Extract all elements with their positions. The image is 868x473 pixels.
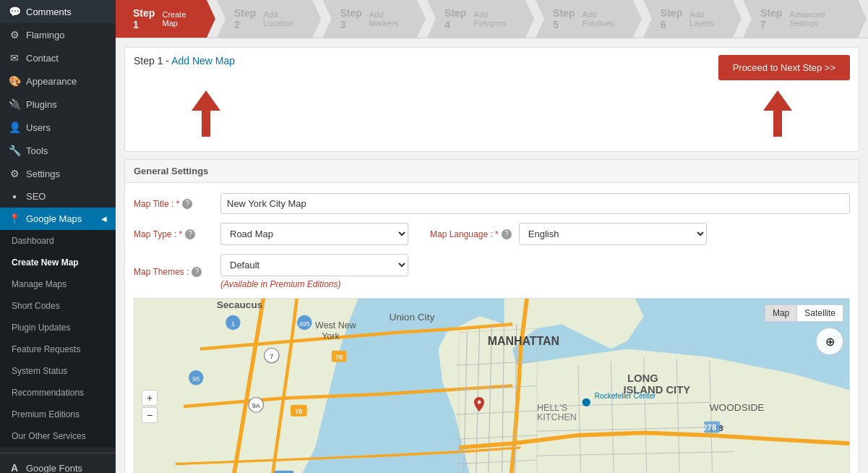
submenu-manage-maps[interactable]: Manage Maps — [0, 273, 116, 295]
submenu-plugin-updates[interactable]: Plugin Updates — [0, 317, 116, 338]
step-1[interactable]: Step 1 Create Map — [116, 0, 215, 38]
svg-text:WOODSIDE: WOODSIDE — [710, 402, 765, 413]
map-btn-map[interactable]: Map — [765, 305, 797, 321]
step-6[interactable]: Step 6 Add Layers — [643, 0, 742, 38]
map-title-label: Map Title : * ? — [134, 199, 213, 209]
svg-text:9A: 9A — [252, 402, 261, 409]
sidebar-item-seo[interactable]: ● SEO — [0, 185, 116, 208]
map-themes-help[interactable]: ? — [192, 267, 202, 277]
map-themes-group: Default Silver Retro Dark (Available in … — [220, 254, 408, 289]
sidebar: 💬 Comments ⚙ Flamingo ✉ Contact 🎨 Appear… — [0, 0, 116, 473]
map-title-help[interactable]: ? — [182, 199, 192, 209]
arrow-up-right — [763, 90, 792, 137]
seo-icon: ● — [9, 192, 20, 200]
map-language-group: Map Language : * ? English French German… — [430, 223, 707, 245]
map-btn-satellite[interactable]: Satellite — [797, 305, 843, 321]
arrow-up-left — [192, 90, 220, 137]
step-4[interactable]: Step 4 Add Polygons — [427, 0, 534, 38]
flamingo-icon: ⚙ — [9, 29, 20, 41]
map-language-select[interactable]: English French German Spanish — [519, 223, 707, 245]
map-title-input[interactable] — [220, 193, 850, 214]
appearance-icon: 🎨 — [9, 75, 20, 87]
map-svg: 278 278 Secaucus West New York Union Cit… — [134, 299, 849, 473]
map-themes-row: Map Themes : ? Default Silver Retro Dark… — [134, 254, 850, 289]
premium-note: (Available in Premium Editions) — [220, 279, 408, 289]
map-view-toggle: Map Satellite — [765, 304, 843, 322]
sidebar-item-comments[interactable]: 💬 Comments — [0, 0, 116, 23]
svg-text:1: 1 — [231, 320, 235, 328]
comments-icon: 💬 — [9, 6, 20, 17]
sidebar-item-tools[interactable]: 🔧 Tools — [0, 139, 116, 162]
map-marker — [470, 396, 488, 413]
map-language-label: Map Language : * ? — [430, 229, 512, 239]
sidebar-item-contact[interactable]: ✉ Contact — [0, 46, 116, 69]
svg-text:West New: West New — [315, 320, 357, 331]
map-type-language-row: Map Type : * ? Road Map Satellite Hybrid… — [134, 223, 850, 245]
map-type-help[interactable]: ? — [185, 229, 195, 239]
content-area: Step 1 - Add New Map Proceed to Next Ste… — [116, 38, 868, 473]
svg-text:78: 78 — [335, 354, 343, 361]
sidebar-item-plugins[interactable]: 🔌 Plugins — [0, 93, 116, 116]
page-title: Step 1 - Add New Map — [134, 55, 235, 67]
svg-point-40 — [583, 399, 590, 406]
add-new-map-link[interactable]: Add New Map — [171, 55, 235, 67]
map-type-select[interactable]: Road Map Satellite Hybrid Terrain — [220, 223, 408, 245]
contact-icon: ✉ — [9, 52, 20, 64]
map-compass[interactable]: ⊕ — [816, 328, 843, 355]
sidebar-item-appearance[interactable]: 🎨 Appearance — [0, 69, 116, 93]
sidebar-item-flamingo[interactable]: ⚙ Flamingo — [0, 23, 116, 46]
general-settings-box: General Settings Map Title : * ? Map Typ… — [124, 159, 859, 473]
svg-text:KITCHEN: KITCHEN — [537, 412, 577, 422]
users-icon: 👤 — [9, 122, 20, 133]
submenu-feature-requests[interactable]: Feature Requests — [0, 338, 116, 360]
map-zoom-out[interactable]: − — [142, 407, 158, 423]
google-maps-chevron: ◀ — [101, 215, 107, 223]
google-maps-submenu: Dashboard Create New Map Manage Maps Sho… — [0, 230, 116, 447]
submenu-premium-editions[interactable]: Premium Editions — [0, 404, 116, 425]
submenu-short-codes[interactable]: Short Codes — [0, 295, 116, 317]
submenu-system-status[interactable]: System Status — [0, 360, 116, 382]
plugins-icon: 🔌 — [9, 98, 20, 110]
settings-body: Map Title : * ? Map Type : * ? Road Map … — [125, 183, 859, 473]
submenu-our-other-services[interactable]: Our Other Services — [0, 425, 116, 447]
sidebar-item-users[interactable]: 👤 Users — [0, 116, 116, 139]
sidebar-item-settings[interactable]: ⚙ Settings — [0, 162, 116, 185]
svg-text:York: York — [322, 331, 340, 341]
google-fonts-icon: A — [9, 462, 20, 473]
settings-header: General Settings — [125, 160, 859, 183]
step-3[interactable]: Step 3 Add Markers — [322, 0, 426, 38]
step-7[interactable]: Step 7 Advanced Settings — [743, 0, 867, 38]
sidebar-item-google-fonts[interactable]: A Google Fonts — [0, 456, 116, 473]
step-wizard: Step 1 Create Map Step 2 Add Location St… — [116, 0, 868, 38]
main-content: Step 1 Create Map Step 2 Add Location St… — [116, 0, 868, 473]
svg-text:Rockefeller Center: Rockefeller Center — [595, 392, 656, 400]
step-2[interactable]: Step 2 Add Location — [217, 0, 321, 38]
submenu-dashboard[interactable]: Dashboard — [0, 230, 116, 252]
svg-text:LONG: LONG — [627, 372, 658, 384]
submenu-recommendations[interactable]: Recommendations — [0, 382, 116, 404]
map-type-label: Map Type : * ? — [134, 229, 213, 239]
google-maps-icon: 📍 — [9, 213, 20, 224]
svg-text:7: 7 — [270, 353, 273, 360]
map-zoom-in[interactable]: + — [142, 390, 158, 406]
map-language-help[interactable]: ? — [502, 229, 512, 239]
map-themes-select[interactable]: Default Silver Retro Dark — [220, 254, 408, 276]
svg-text:95: 95 — [192, 375, 199, 383]
svg-text:Union City: Union City — [389, 312, 434, 323]
map-title-row: Map Title : * ? — [134, 193, 850, 214]
svg-text:HELL'S: HELL'S — [537, 403, 567, 413]
map-zoom-controls: + − — [142, 390, 158, 423]
svg-text:MANHATTAN: MANHATTAN — [488, 335, 559, 347]
settings-icon: ⚙ — [9, 168, 20, 179]
map-themes-label: Map Themes : ? — [134, 267, 213, 277]
svg-text:78: 78 — [295, 408, 302, 415]
svg-text:Secaucus: Secaucus — [217, 299, 263, 310]
submenu-create-new-map[interactable]: Create New Map — [0, 252, 116, 273]
tools-icon: 🔧 — [9, 145, 20, 156]
svg-text:495: 495 — [299, 320, 310, 328]
svg-text:278: 278 — [702, 423, 716, 432]
step-5[interactable]: Step 5 Add Polylines — [536, 0, 642, 38]
proceed-button[interactable]: Proceed to Next Step >> — [718, 55, 850, 80]
map-container: 278 278 Secaucus West New York Union Cit… — [134, 298, 850, 473]
sidebar-item-google-maps[interactable]: 📍 Google Maps ◀ — [0, 208, 116, 230]
